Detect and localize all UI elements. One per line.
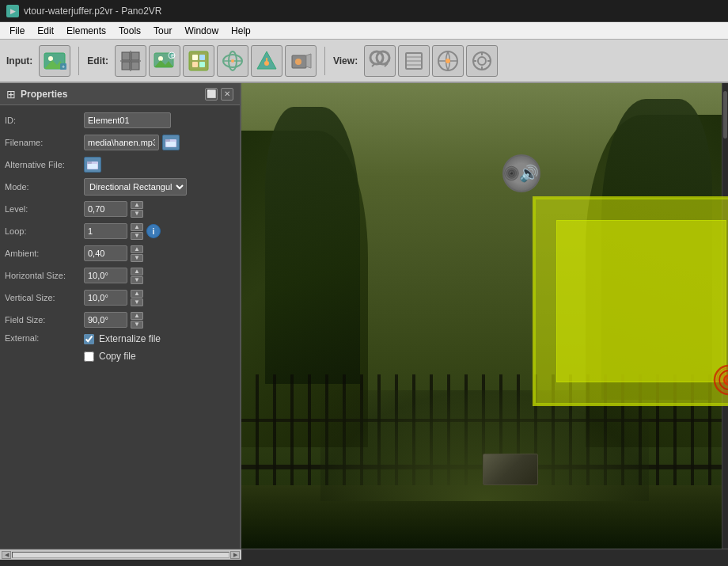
prop-row-altfile: Alternative File:	[5, 156, 235, 173]
svg-text:+: +	[62, 64, 65, 70]
altfile-browse-btn[interactable]	[84, 157, 101, 173]
input-label: Input:	[6, 55, 32, 66]
viewport[interactable]	[241, 83, 728, 549]
edit-btn-3[interactable]	[183, 45, 214, 77]
svg-point-30	[295, 59, 301, 65]
level-up-btn[interactable]: ▲	[131, 201, 143, 209]
menu-tools[interactable]: Tools	[112, 24, 147, 38]
hsize-value: ▲ ▼	[84, 268, 235, 284]
menu-file[interactable]: File	[3, 24, 31, 38]
ambient-up-btn[interactable]: ▲	[131, 245, 143, 253]
view-btn-1[interactable]	[364, 45, 396, 77]
view-btn-2[interactable]	[398, 45, 430, 77]
loop-up-btn[interactable]: ▲	[131, 223, 143, 231]
scroll-right-btn[interactable]: ▶	[230, 551, 240, 559]
mode-label: Mode:	[5, 182, 84, 192]
ambient-down-btn[interactable]: ▼	[131, 254, 143, 262]
menu-help[interactable]: Help	[225, 24, 257, 38]
vsize-up-btn[interactable]: ▲	[131, 290, 143, 298]
edit-btn-2[interactable]: ⊕	[149, 45, 180, 77]
loop-value: ▲ ▼ i	[84, 223, 235, 240]
externalize-row: Externalize file	[84, 333, 161, 344]
prop-row-id: ID:	[5, 112, 235, 129]
svg-rect-50	[166, 142, 176, 146]
edit-group: ⊕	[115, 45, 317, 77]
id-value	[84, 112, 235, 128]
toolbar-sep-1	[78, 47, 79, 75]
panel-maximize-btn[interactable]: ⬜	[205, 88, 218, 101]
loop-input[interactable]	[84, 223, 127, 239]
svg-point-58	[510, 172, 511, 173]
level-value: ▲ ▼	[84, 201, 235, 218]
mode-select[interactable]: Directional Rectangular Omnidirectional …	[84, 178, 187, 196]
properties-panel: ⊞ Properties ⬜ ✕ ID: Filename:	[0, 83, 241, 549]
fieldsize-spinner: ▲ ▼	[131, 312, 143, 329]
prop-row-ambient: Ambient: ▲ ▼	[5, 245, 235, 262]
fieldsize-input[interactable]	[84, 312, 127, 328]
edit-btn-5[interactable]	[251, 45, 282, 77]
externalize-checkbox[interactable]	[84, 334, 94, 344]
vsize-label: Vertical Size:	[5, 293, 84, 302]
edit-btn-4[interactable]	[217, 45, 248, 77]
hsize-spinner: ▲ ▼	[131, 268, 143, 284]
app-icon: ▶	[6, 5, 19, 17]
bottom-area: ◀ ▶	[0, 549, 728, 560]
svg-rect-19	[192, 62, 198, 67]
prop-row-external: External: Externalize file Copy file	[5, 333, 235, 365]
svg-rect-16	[189, 51, 208, 70]
filename-browse-btn[interactable]	[162, 135, 180, 150]
copyfile-checkbox[interactable]	[84, 351, 94, 362]
panel-scrollbar: ◀ ▶	[0, 549, 241, 560]
vsize-input[interactable]	[84, 290, 127, 306]
view-btn-3[interactable]	[432, 45, 464, 77]
edit-btn-6[interactable]	[285, 45, 317, 77]
panel-close-btn[interactable]: ✕	[221, 88, 233, 101]
scroll-left-btn[interactable]: ◀	[2, 551, 11, 559]
prop-row-filename: Filename:	[5, 134, 235, 151]
level-down-btn[interactable]: ▼	[131, 210, 143, 218]
hsize-down-btn[interactable]: ▼	[131, 276, 143, 284]
fieldsize-label: Field Size:	[5, 315, 84, 325]
ambient-spinner: ▲ ▼	[131, 245, 143, 262]
toolbar: Input: + Edit: ⊕ View:	[0, 40, 728, 83]
filename-input[interactable]	[84, 135, 159, 150]
svg-marker-29	[306, 54, 311, 68]
svg-text:⊕: ⊕	[170, 52, 176, 59]
input-btn-1[interactable]: +	[39, 45, 70, 77]
hsize-up-btn[interactable]: ▲	[131, 268, 143, 275]
view-btn-4[interactable]	[466, 45, 498, 77]
prop-row-loop: Loop: ▲ ▼ i	[5, 222, 235, 240]
hsize-label: Horizontal Size:	[5, 271, 84, 280]
hsize-input[interactable]	[84, 268, 127, 283]
vsize-down-btn[interactable]: ▼	[131, 298, 143, 306]
edit-btn-1[interactable]	[115, 45, 146, 77]
app-title: vtour-waterjuffer.p2vr - Pano2VR	[24, 6, 162, 17]
mode-value: Directional Rectangular Omnidirectional …	[84, 178, 235, 196]
svg-rect-53	[88, 164, 97, 169]
menu-elements[interactable]: Elements	[60, 24, 112, 38]
fieldsize-down-btn[interactable]: ▼	[131, 321, 143, 329]
input-group: +	[39, 45, 70, 77]
svg-point-24	[231, 59, 234, 63]
ambient-input[interactable]	[84, 245, 127, 261]
title-bar: ▶ vtour-waterjuffer.p2vr - Pano2VR	[0, 0, 728, 22]
level-input[interactable]	[84, 201, 127, 217]
panel-controls: ⬜ ✕	[205, 88, 233, 101]
loop-info-btn[interactable]: i	[146, 224, 161, 238]
svg-rect-52	[87, 161, 92, 164]
menu-window[interactable]: Window	[178, 24, 225, 38]
loop-spinner: ▲ ▼	[131, 223, 143, 240]
vsize-spinner: ▲ ▼	[131, 290, 143, 306]
panel-header: ⊞ Properties ⬜ ✕	[0, 83, 240, 105]
loop-down-btn[interactable]: ▼	[131, 232, 143, 240]
fieldsize-up-btn[interactable]: ▲	[131, 312, 143, 320]
menu-edit[interactable]: Edit	[31, 24, 60, 38]
prop-row-vsize: Vertical Size: ▲ ▼	[5, 289, 235, 306]
panel-title: Properties	[21, 89, 67, 100]
filename-value	[84, 135, 235, 150]
menu-tour[interactable]: Tour	[147, 24, 178, 38]
scroll-track[interactable]	[12, 552, 229, 558]
main-area: ⊞ Properties ⬜ ✕ ID: Filename:	[0, 83, 728, 549]
id-input[interactable]	[84, 112, 171, 128]
external-label: External:	[5, 333, 84, 343]
